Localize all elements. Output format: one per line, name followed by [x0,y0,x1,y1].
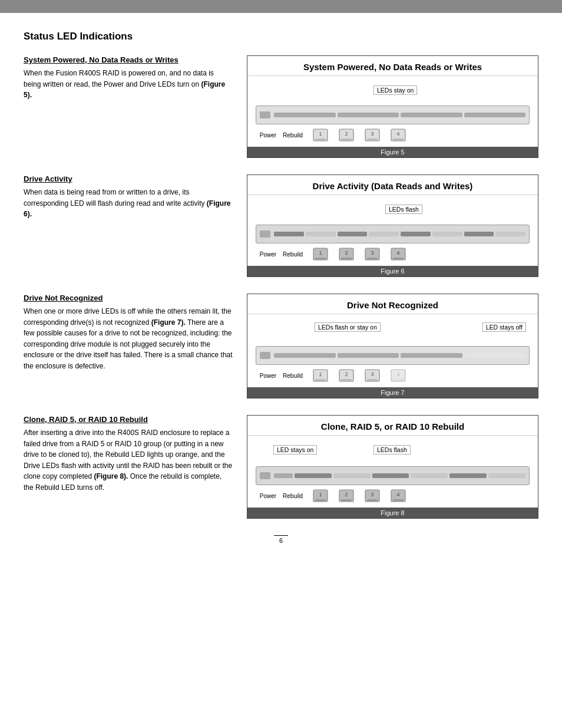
diagram-title-2: Drive Activity (Data Reads and Writes) [247,175,538,195]
svg-rect-13 [315,258,326,259]
page-content: Status LED Indications System Powered, N… [0,13,562,568]
led-strip-4 [256,466,530,485]
annotation-leds-flash-clone: LEDs flash [373,445,411,454]
svg-rect-40 [341,499,352,501]
svg-text:3: 3 [371,371,373,377]
page-title: Status LED Indications [24,31,538,42]
svg-text:2: 2 [345,371,348,377]
svg-text:4: 4 [396,250,399,256]
svg-text:2: 2 [345,492,348,498]
figure-label-3: Figure 7 [247,387,538,398]
left-col-3: Drive Not Recognized When one or more dr… [24,294,233,398]
annotation-area-4: LED stays on LEDs flash [256,442,530,465]
power-led-3 [260,352,270,359]
strip-seg [274,232,304,236]
svg-text:1: 1 [319,492,322,498]
svg-text:2: 2 [345,131,348,137]
power-led-2 [260,230,270,238]
drive-icon-nr1: 1 [312,367,329,384]
power-label-2: Power [257,251,279,258]
strip-seg-off [464,353,526,358]
strip-seg [495,232,525,236]
drive-icons-1: 1 2 3 4 [312,127,406,143]
svg-rect-10 [393,139,404,140]
body-system-powered: When the Fusion R400S RAID is powered on… [24,68,233,101]
led-strip-1 [256,106,530,124]
diagram-not-recognized: Drive Not Recognized LEDs flash or stay … [247,294,538,398]
rebuild-label-4: Rebuild [279,493,306,499]
rebuild-led-segment [274,473,293,478]
annotation-leds-flash: LEDs flash [385,205,422,214]
figure-label-4: Figure 8 [247,508,538,518]
page-number: 6 [24,535,538,544]
annotation-flash-stay: LEDs flash or stay on [315,322,381,332]
right-col-2: Drive Activity (Data Reads and Writes) L… [247,174,538,277]
strip-seg [333,473,371,478]
right-col-4: Clone, RAID 5, or RAID 10 Rebuild LED st… [247,415,538,519]
section-system-powered: System Powered, No Data Reads or Writes … [24,55,538,158]
strip-seg [401,232,431,236]
diagram-title-1: System Powered, No Data Reads or Writes [247,56,538,76]
figure-label-2: Figure 6 [247,266,538,276]
left-col-2: Drive Activity When data is being read f… [24,174,233,277]
diagram-drive-activity: Drive Activity (Data Reads and Writes) L… [247,174,538,277]
svg-rect-46 [393,499,404,501]
drive-icon-a1: 1 [312,246,329,262]
diagram-clone-raid: Clone, RAID 5, or RAID 10 Rebuild LED st… [247,415,538,519]
svg-rect-37 [315,499,326,501]
diagram-title-4: Clone, RAID 5, or RAID 10 Rebuild [247,416,538,436]
svg-rect-4 [341,139,352,140]
drive-icons-3: 1 2 3 4 [312,367,406,384]
strip-seg [464,113,526,117]
svg-rect-25 [315,379,326,381]
right-col-1: System Powered, No Data Reads or Writes … [247,55,538,158]
rebuild-label-2: Rebuild [279,251,306,258]
heading-drive-activity: Drive Activity [24,174,233,183]
drive-icon-a3: 3 [364,246,381,262]
power-led-1 [260,111,270,118]
annotation-area-2: LEDs flash [256,201,530,223]
drive-icon-c3: 3 [364,487,381,504]
drive-row-3: Power Rebuild 1 2 3 [256,367,530,384]
drive-icon-nr3: 3 [364,367,381,384]
diagram-body-4: LED stays on LEDs flash [247,436,538,504]
drive-icon-2: 2 [338,127,355,143]
heading-clone-raid: Clone, RAID 5, or RAID 10 Rebuild [24,415,233,424]
body-clone-raid: After inserting a drive into the R400S R… [24,427,233,493]
strip-seg [449,473,487,478]
drive-icon-c2: 2 [338,487,355,504]
drive-icon-a4: 4 [390,246,406,262]
left-col-1: System Powered, No Data Reads or Writes … [24,55,233,158]
svg-text:4: 4 [396,492,399,498]
drive-icons-2: 1 2 3 4 [312,246,406,262]
strip-seg [306,232,336,236]
annotation-led-stays-on: LED stays on [273,445,317,454]
diagram-title-3: Drive Not Recognized [247,294,538,314]
diagram-system-powered: System Powered, No Data Reads or Writes … [247,55,538,158]
diagram-body-2: LEDs flash [247,195,538,262]
led-strip-3 [256,346,530,365]
strip-seg [295,473,332,478]
annotation-area-3: LEDs flash or stay on LED stays off [256,320,530,345]
diagram-body-1: LEDs stay on Power Reb [247,76,538,143]
section-drive-not-recognized: Drive Not Recognized When one or more dr… [24,294,538,398]
drive-icon-4: 4 [390,127,406,143]
svg-text:4: 4 [396,371,399,377]
heading-drive-not-recognized: Drive Not Recognized [24,294,233,302]
strip-seg [338,353,399,358]
section-clone-raid: Clone, RAID 5, or RAID 10 Rebuild After … [24,415,538,519]
led-strip-2 [256,225,530,243]
strip-seg [488,473,525,478]
diagram-body-3: LEDs flash or stay on LED stays off [247,314,538,384]
svg-rect-19 [367,258,378,259]
svg-text:2: 2 [345,250,348,256]
left-col-4: Clone, RAID 5, or RAID 10 Rebuild After … [24,415,233,519]
strip-seg [464,232,494,236]
drive-row-1: Power Rebuild 1 2 [256,127,530,143]
drive-icon-c1: 1 [312,487,329,504]
strip-seg [274,353,336,358]
svg-text:4: 4 [396,131,399,137]
annotation-led-stays-off: LED stays off [482,322,526,332]
drive-icon-a2: 2 [338,246,355,262]
heading-system-powered: System Powered, No Data Reads or Writes [24,55,233,64]
